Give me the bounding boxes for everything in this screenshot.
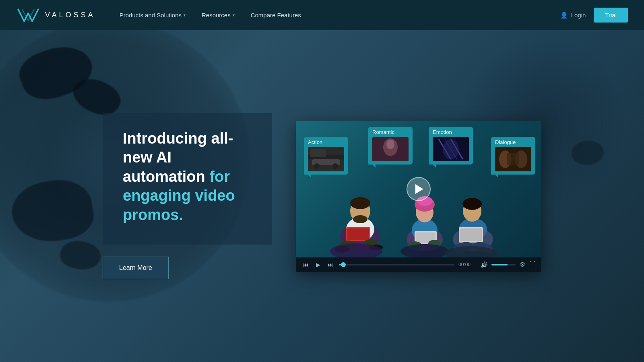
person-middle — [407, 196, 443, 251]
logo-icon — [16, 5, 40, 25]
svg-rect-17 — [507, 153, 519, 165]
learn-more-button[interactable]: Learn More — [103, 257, 169, 279]
ink-blob-1 — [14, 37, 99, 107]
thumb-emotion — [433, 137, 469, 161]
nav-links: Products and Solutions ▾ Resources ▾ Com… — [120, 12, 301, 19]
hero-title: Introducing all-new AI automation for en… — [123, 129, 252, 225]
annotation-emotion: Emotion — [429, 127, 473, 165]
nav-compare[interactable]: Compare Features — [251, 12, 301, 19]
logo: VALOSSA — [16, 5, 95, 25]
play-button[interactable] — [407, 177, 431, 201]
settings-icon[interactable]: ⚙ — [520, 261, 525, 268]
rewind-button[interactable]: ⏮ — [301, 261, 310, 269]
svg-point-13 — [443, 139, 459, 159]
svg-point-23 — [356, 197, 364, 205]
navbar-right: 👤 Login Trial — [560, 8, 628, 23]
video-panel: Action Romantic — [296, 121, 541, 272]
svg-point-42 — [462, 198, 482, 210]
volume-fill — [491, 264, 508, 265]
nav-resources[interactable]: Resources ▾ — [202, 12, 235, 19]
hero-section: Introducing all-new AI automation for en… — [0, 0, 644, 362]
svg-rect-44 — [460, 228, 482, 241]
ink-blob-3 — [7, 175, 97, 248]
play-icon — [415, 184, 423, 194]
chevron-down-icon: ▾ — [233, 13, 235, 17]
brand-name: VALOSSA — [45, 11, 95, 19]
svg-rect-5 — [310, 149, 326, 157]
ink-blob-5 — [571, 140, 605, 167]
trial-button[interactable]: Trial — [594, 8, 628, 23]
fullscreen-icon[interactable]: ⛶ — [529, 261, 536, 268]
volume-bar[interactable] — [491, 264, 516, 265]
time-display: 00:00 — [458, 262, 477, 267]
video-controls: ⏮ ▶ ⏭ 00:00 🔊 ⚙ ⛶ — [296, 257, 541, 272]
romantic-thumb-svg — [372, 137, 409, 161]
annotation-romantic: Romantic — [368, 127, 413, 165]
user-icon: 👤 — [560, 12, 568, 19]
chevron-down-icon: ▾ — [184, 13, 186, 17]
ink-blob-4 — [58, 237, 104, 274]
svg-point-22 — [353, 215, 367, 223]
hero-text-box: Introducing all-new AI automation for en… — [103, 113, 272, 245]
characters-illustration — [308, 165, 509, 257]
login-button[interactable]: 👤 Login — [560, 12, 586, 19]
svg-point-8 — [386, 140, 394, 149]
navbar: VALOSSA Products and Solutions ▾ Resourc… — [0, 0, 644, 30]
progress-dot — [341, 262, 346, 267]
fast-forward-button[interactable]: ⏭ — [326, 261, 335, 269]
nav-products[interactable]: Products and Solutions ▾ — [120, 12, 186, 19]
progress-bar[interactable] — [339, 264, 454, 265]
video-area: Action Romantic — [296, 121, 541, 257]
play-pause-button[interactable]: ▶ — [314, 261, 322, 269]
thumb-romantic — [372, 137, 409, 161]
hero-left: Introducing all-new AI automation for en… — [103, 113, 272, 280]
svg-rect-25 — [347, 228, 369, 240]
emotion-thumb-svg — [433, 137, 469, 161]
person-right — [452, 198, 494, 255]
navbar-left: VALOSSA Products and Solutions ▾ Resourc… — [16, 5, 301, 25]
volume-icon[interactable]: 🔊 — [481, 261, 487, 268]
